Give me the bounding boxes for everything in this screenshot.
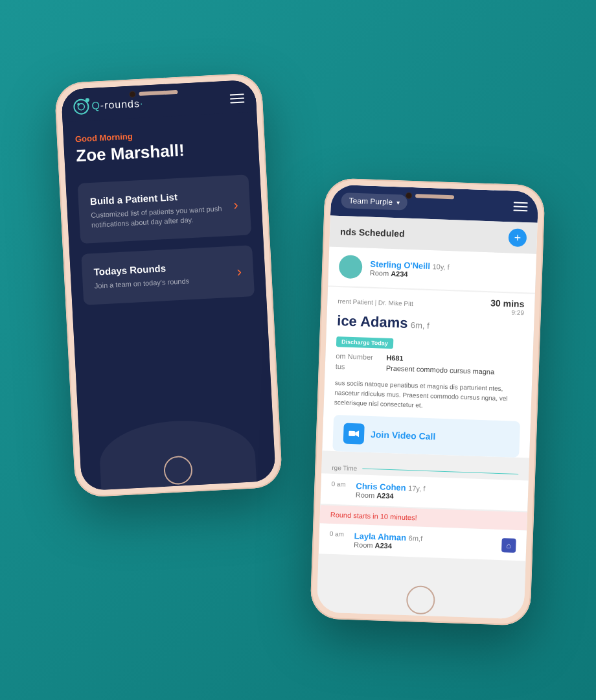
logo-text: Q-rounds·	[91, 98, 144, 112]
discharge-badge: Discharge Today	[336, 336, 393, 349]
discharge-divider	[362, 469, 518, 474]
video-call-button[interactable]: Join Video Call	[332, 415, 520, 458]
time-actual: 9:29	[490, 308, 524, 316]
current-patient-age: 6m, f	[411, 320, 430, 331]
phone-left-screen: Q-rounds· Good Morning Zoe Marshall! Bui…	[61, 80, 276, 491]
patient-card-sterling[interactable]: Sterling O'Neill 10y, f Room A234	[328, 247, 536, 293]
team-selector[interactable]: Team Purple ▾	[341, 192, 407, 211]
hamburger-menu-right[interactable]	[513, 202, 527, 211]
svg-point-1	[77, 103, 80, 106]
todays-rounds-card[interactable]: Todays Rounds Join a team on today's rou…	[81, 246, 255, 305]
phone-left: Q-rounds· Good Morning Zoe Marshall! Bui…	[54, 73, 282, 498]
phones-container: Q-rounds· Good Morning Zoe Marshall! Bui…	[45, 52, 551, 648]
patient-time-chris: 0 am	[331, 480, 350, 488]
current-patient-label: rrent Patient | Dr. Mike Pitt	[338, 298, 413, 307]
time-mins: 30 mins	[490, 298, 525, 309]
home-icon: ⌂	[501, 538, 516, 553]
chevron-down-icon: ▾	[396, 199, 400, 206]
team-selector-label: Team Purple	[349, 196, 393, 207]
svg-marker-3	[355, 430, 359, 437]
card1-desc: Customized list of patients you want pus…	[91, 204, 228, 231]
card2-arrow: ›	[236, 263, 242, 280]
card2-desc: Join a team on today's rounds	[95, 274, 231, 291]
add-patient-button[interactable]: +	[508, 228, 527, 247]
patient-info-sterling: Sterling O'Neill 10y, f Room A234	[370, 259, 526, 281]
phone-right: Team Purple ▾ nds Scheduled +	[310, 178, 545, 625]
patient-info-layla: Layla Ahman 6m,f Room A234 ⌂	[354, 531, 516, 554]
video-call-label: Join Video Call	[371, 429, 436, 441]
scrollable-content: Sterling O'Neill 10y, f Room A234	[317, 247, 536, 620]
left-body: Good Morning Zoe Marshall! Build a Patie…	[63, 112, 272, 414]
phone-right-screen: Team Purple ▾ nds Scheduled +	[317, 185, 539, 620]
logo: Q-rounds·	[73, 96, 144, 115]
video-camera-icon	[343, 423, 365, 445]
patient-card-chris[interactable]: 0 am Chris Cohen 17y, f Room A234	[320, 473, 528, 511]
time-info: 30 mins 9:29	[490, 298, 525, 316]
logo-icon	[73, 99, 89, 115]
current-patient-card: rrent Patient | Dr. Mike Pitt 30 mins 9:…	[322, 287, 535, 458]
build-patient-list-card[interactable]: Build a Patient List Customized list of …	[78, 174, 252, 244]
patient-info-chris: Chris Cohen 17y, f Room A234	[356, 481, 426, 501]
patient-time-row-layla: 0 am Layla Ahman 6m,f	[329, 530, 516, 554]
patient-avatar-sterling	[339, 255, 363, 279]
patient-card-layla[interactable]: 0 am Layla Ahman 6m,f	[319, 523, 527, 561]
discharge-label: rge Time	[332, 464, 357, 472]
patient-time-row-chris: 0 am Chris Cohen 17y, f Room A234	[331, 480, 518, 504]
current-patient-name: ice Adams	[337, 312, 408, 331]
section-title: nds Scheduled	[340, 226, 405, 239]
patient-time-layla: 0 am	[330, 530, 349, 538]
hamburger-menu-left[interactable]	[230, 93, 245, 103]
card1-arrow: ›	[233, 197, 239, 214]
svg-rect-2	[349, 431, 355, 436]
